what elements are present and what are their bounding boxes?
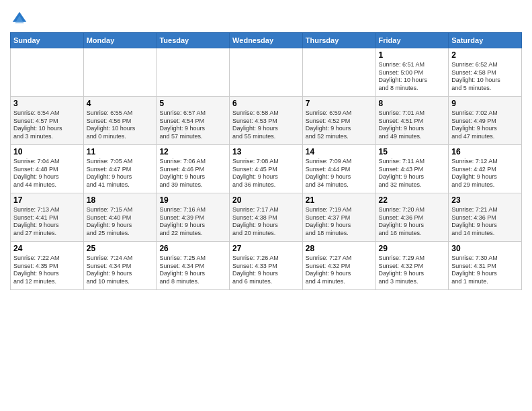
day-number: 24	[13, 244, 81, 253]
calendar-cell: 11Sunrise: 7:05 AM Sunset: 4:47 PM Dayli…	[83, 145, 157, 193]
calendar-cell: 8Sunrise: 7:01 AM Sunset: 4:51 PM Daylig…	[375, 97, 449, 145]
day-number: 26	[159, 244, 226, 253]
day-info: Sunrise: 7:01 AM Sunset: 4:51 PM Dayligh…	[379, 109, 446, 141]
day-info: Sunrise: 7:21 AM Sunset: 4:36 PM Dayligh…	[451, 206, 519, 238]
weekday-header-row: SundayMondayTuesdayWednesdayThursdayFrid…	[11, 33, 522, 48]
day-number: 19	[159, 195, 226, 205]
day-number: 27	[232, 244, 300, 253]
day-number: 3	[13, 99, 81, 108]
week-row-0: 1Sunrise: 6:51 AM Sunset: 5:00 PM Daylig…	[11, 48, 522, 97]
week-row-4: 24Sunrise: 7:22 AM Sunset: 4:35 PM Dayli…	[11, 242, 522, 290]
day-info: Sunrise: 7:09 AM Sunset: 4:44 PM Dayligh…	[306, 158, 373, 189]
weekday-header-tuesday: Tuesday	[157, 33, 230, 48]
day-number: 5	[159, 99, 226, 108]
week-row-1: 3Sunrise: 6:54 AM Sunset: 4:57 PM Daylig…	[11, 97, 522, 145]
day-number: 16	[451, 147, 519, 156]
calendar-cell: 18Sunrise: 7:15 AM Sunset: 4:40 PM Dayli…	[83, 193, 157, 242]
calendar-cell: 24Sunrise: 7:22 AM Sunset: 4:35 PM Dayli…	[11, 242, 84, 290]
calendar-cell: 14Sunrise: 7:09 AM Sunset: 4:44 PM Dayli…	[302, 145, 375, 193]
header-area	[10, 7, 522, 28]
day-number: 18	[87, 195, 154, 205]
weekday-header-friday: Friday	[375, 33, 449, 48]
day-info: Sunrise: 7:13 AM Sunset: 4:41 PM Dayligh…	[13, 206, 81, 238]
calendar-cell: 3Sunrise: 6:54 AM Sunset: 4:57 PM Daylig…	[11, 97, 84, 145]
day-info: Sunrise: 7:15 AM Sunset: 4:40 PM Dayligh…	[87, 206, 154, 238]
calendar-cell	[230, 48, 303, 97]
day-info: Sunrise: 6:54 AM Sunset: 4:57 PM Dayligh…	[13, 109, 81, 141]
day-info: Sunrise: 7:29 AM Sunset: 4:32 PM Dayligh…	[379, 255, 446, 286]
day-number: 25	[87, 244, 154, 253]
calendar-cell: 27Sunrise: 7:26 AM Sunset: 4:33 PM Dayli…	[230, 242, 303, 290]
day-info: Sunrise: 7:17 AM Sunset: 4:38 PM Dayligh…	[232, 206, 300, 238]
day-number: 29	[379, 244, 446, 253]
weekday-header-thursday: Thursday	[302, 33, 375, 48]
day-number: 8	[379, 99, 446, 108]
day-info: Sunrise: 7:20 AM Sunset: 4:36 PM Dayligh…	[379, 206, 446, 238]
day-number: 4	[87, 99, 154, 108]
calendar-cell: 12Sunrise: 7:06 AM Sunset: 4:46 PM Dayli…	[157, 145, 230, 193]
day-info: Sunrise: 7:08 AM Sunset: 4:45 PM Dayligh…	[232, 158, 300, 189]
day-info: Sunrise: 7:06 AM Sunset: 4:46 PM Dayligh…	[159, 158, 226, 189]
calendar-cell: 4Sunrise: 6:55 AM Sunset: 4:56 PM Daylig…	[83, 97, 157, 145]
day-info: Sunrise: 7:27 AM Sunset: 4:32 PM Dayligh…	[306, 255, 373, 286]
day-info: Sunrise: 7:19 AM Sunset: 4:37 PM Dayligh…	[306, 206, 373, 238]
day-info: Sunrise: 7:16 AM Sunset: 4:39 PM Dayligh…	[159, 206, 226, 238]
day-number: 12	[159, 147, 226, 156]
calendar-cell: 10Sunrise: 7:04 AM Sunset: 4:48 PM Dayli…	[11, 145, 84, 193]
calendar-cell: 13Sunrise: 7:08 AM Sunset: 4:45 PM Dayli…	[230, 145, 303, 193]
calendar-cell	[302, 48, 375, 97]
calendar-cell: 9Sunrise: 7:02 AM Sunset: 4:49 PM Daylig…	[449, 97, 522, 145]
day-number: 21	[306, 195, 373, 205]
calendar-cell: 29Sunrise: 7:29 AM Sunset: 4:32 PM Dayli…	[375, 242, 449, 290]
calendar-cell: 22Sunrise: 7:20 AM Sunset: 4:36 PM Dayli…	[375, 193, 449, 242]
calendar-cell: 23Sunrise: 7:21 AM Sunset: 4:36 PM Dayli…	[449, 193, 522, 242]
calendar-cell: 6Sunrise: 6:58 AM Sunset: 4:53 PM Daylig…	[230, 97, 303, 145]
day-info: Sunrise: 7:30 AM Sunset: 4:31 PM Dayligh…	[451, 255, 519, 286]
day-number: 17	[13, 195, 81, 205]
day-number: 30	[451, 244, 519, 253]
calendar-cell: 26Sunrise: 7:25 AM Sunset: 4:34 PM Dayli…	[157, 242, 230, 290]
day-info: Sunrise: 7:02 AM Sunset: 4:49 PM Dayligh…	[451, 109, 519, 141]
day-info: Sunrise: 6:57 AM Sunset: 4:54 PM Dayligh…	[159, 109, 226, 141]
day-info: Sunrise: 7:25 AM Sunset: 4:34 PM Dayligh…	[159, 255, 226, 286]
day-info: Sunrise: 7:05 AM Sunset: 4:47 PM Dayligh…	[87, 158, 154, 189]
calendar-cell: 19Sunrise: 7:16 AM Sunset: 4:39 PM Dayli…	[157, 193, 230, 242]
day-info: Sunrise: 6:58 AM Sunset: 4:53 PM Dayligh…	[232, 109, 300, 141]
day-info: Sunrise: 7:22 AM Sunset: 4:35 PM Dayligh…	[13, 255, 81, 286]
day-info: Sunrise: 6:51 AM Sunset: 5:00 PM Dayligh…	[379, 61, 446, 93]
day-info: Sunrise: 7:26 AM Sunset: 4:33 PM Dayligh…	[232, 255, 300, 286]
logo	[10, 9, 32, 28]
week-row-3: 17Sunrise: 7:13 AM Sunset: 4:41 PM Dayli…	[11, 193, 522, 242]
day-number: 7	[306, 99, 373, 108]
calendar-cell: 17Sunrise: 7:13 AM Sunset: 4:41 PM Dayli…	[11, 193, 84, 242]
day-number: 23	[451, 195, 519, 205]
weekday-header-wednesday: Wednesday	[230, 33, 303, 48]
day-info: Sunrise: 7:12 AM Sunset: 4:42 PM Dayligh…	[451, 158, 519, 189]
day-number: 15	[379, 147, 446, 156]
calendar-cell: 21Sunrise: 7:19 AM Sunset: 4:37 PM Dayli…	[302, 193, 375, 242]
day-info: Sunrise: 6:59 AM Sunset: 4:52 PM Dayligh…	[306, 109, 373, 141]
calendar-cell	[83, 48, 157, 97]
calendar-cell: 5Sunrise: 6:57 AM Sunset: 4:54 PM Daylig…	[157, 97, 230, 145]
day-number: 14	[306, 147, 373, 156]
day-info: Sunrise: 6:52 AM Sunset: 4:58 PM Dayligh…	[451, 61, 519, 93]
calendar-cell	[11, 48, 84, 97]
week-row-2: 10Sunrise: 7:04 AM Sunset: 4:48 PM Dayli…	[11, 145, 522, 193]
calendar-cell: 7Sunrise: 6:59 AM Sunset: 4:52 PM Daylig…	[302, 97, 375, 145]
day-info: Sunrise: 7:11 AM Sunset: 4:43 PM Dayligh…	[379, 158, 446, 189]
weekday-header-sunday: Sunday	[11, 33, 84, 48]
day-number: 6	[232, 99, 300, 108]
calendar-cell: 2Sunrise: 6:52 AM Sunset: 4:58 PM Daylig…	[449, 48, 522, 97]
day-number: 2	[451, 50, 519, 60]
day-number: 28	[306, 244, 373, 253]
calendar-cell: 30Sunrise: 7:30 AM Sunset: 4:31 PM Dayli…	[449, 242, 522, 290]
page: SundayMondayTuesdayWednesdayThursdayFrid…	[0, 0, 532, 411]
day-number: 13	[232, 147, 300, 156]
logo-icon	[10, 9, 29, 28]
day-number: 9	[451, 99, 519, 108]
day-number: 11	[87, 147, 154, 156]
calendar-cell: 25Sunrise: 7:24 AM Sunset: 4:34 PM Dayli…	[83, 242, 157, 290]
calendar-table: SundayMondayTuesdayWednesdayThursdayFrid…	[10, 32, 522, 290]
calendar-cell: 28Sunrise: 7:27 AM Sunset: 4:32 PM Dayli…	[302, 242, 375, 290]
day-number: 22	[379, 195, 446, 205]
